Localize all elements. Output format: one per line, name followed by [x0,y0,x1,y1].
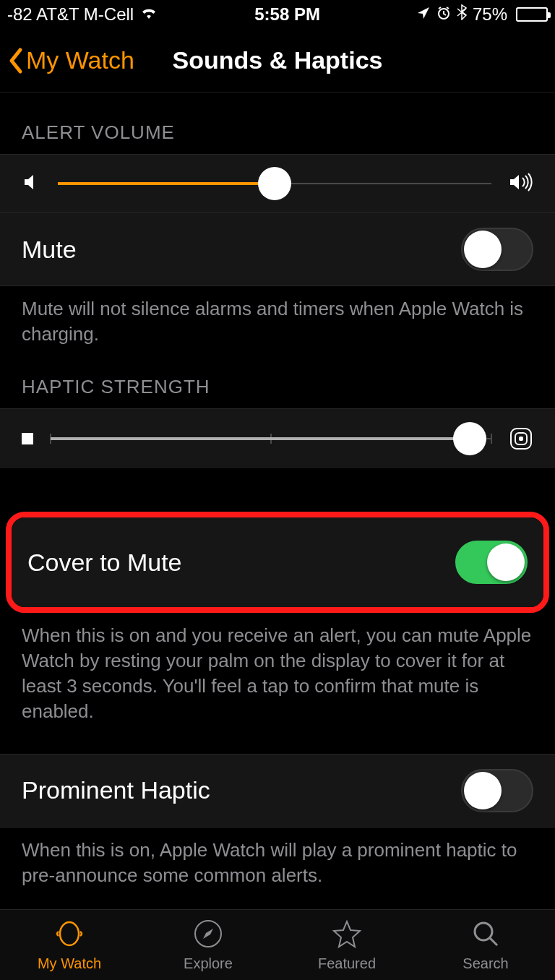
chevron-left-icon [7,47,23,74]
haptic-strength-header: HAPTIC STRENGTH [0,347,555,408]
status-time: 5:58 PM [254,4,320,25]
alert-volume-header: ALERT VOLUME [0,93,555,154]
svg-point-6 [475,923,492,940]
prominent-haptic-toggle[interactable] [461,769,533,812]
status-right: 75% [416,4,548,25]
mute-label: Mute [22,236,77,264]
search-icon [470,919,501,953]
cover-to-mute-highlight: Cover to Mute [6,512,549,613]
prominent-haptic-footer: When this is on, Apple Watch will play a… [0,828,555,888]
haptic-high-icon [509,426,533,451]
volume-high-icon [509,172,533,195]
alert-volume-slider[interactable] [58,182,491,185]
tab-search[interactable]: Search [416,910,555,980]
wifi-icon [139,4,158,25]
star-icon [332,919,362,953]
cover-to-mute-row: Cover to Mute [12,517,543,607]
back-label: My Watch [26,46,134,74]
status-bar: -82 AT&T M-Cell 5:58 PM 75% [0,0,555,29]
alert-volume-slider-row [0,154,555,212]
compass-icon [193,919,223,953]
tab-label: Explore [184,955,233,972]
haptic-strength-slider[interactable] [51,437,491,440]
volume-low-icon [22,173,40,194]
haptic-low-icon [22,433,33,444]
tab-my-watch[interactable]: My Watch [0,910,139,980]
tab-label: Featured [318,955,376,972]
watch-icon [54,919,85,953]
svg-point-4 [60,922,79,945]
bluetooth-icon [457,4,467,25]
back-button[interactable]: My Watch [0,46,134,74]
tab-explore[interactable]: Explore [139,910,278,980]
tab-bar: My Watch Explore Featured Search [0,909,555,980]
cover-to-mute-label: Cover to Mute [27,549,182,577]
tab-label: My Watch [38,955,101,972]
prominent-haptic-label: Prominent Haptic [22,776,210,804]
mute-toggle[interactable] [461,228,533,271]
signal-text: -82 AT&T M-Cell [7,4,134,25]
prominent-haptic-row: Prominent Haptic [0,754,555,828]
battery-icon [516,7,548,22]
alarm-icon [436,4,451,25]
mute-footer: Mute will not silence alarms and timers … [0,286,555,347]
cover-to-mute-toggle[interactable] [455,541,528,584]
svg-rect-3 [519,437,523,441]
status-left: -82 AT&T M-Cell [7,4,158,25]
nav-header: My Watch Sounds & Haptics [0,29,555,93]
tab-label: Search [462,955,508,972]
tab-featured[interactable]: Featured [278,910,416,980]
cover-to-mute-footer: When this is on and you receive an alert… [0,613,555,724]
location-icon [416,4,431,25]
battery-percent: 75% [473,4,507,25]
haptic-strength-slider-row [0,408,555,468]
mute-row: Mute [0,212,555,286]
